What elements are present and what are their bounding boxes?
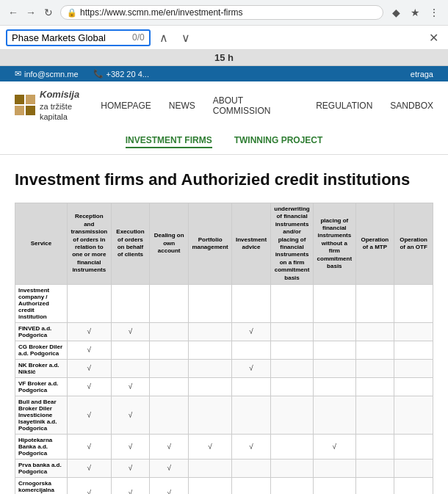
browser-toolbar: ← → ↻ 🔒 https://www.scmn.me/en/investmen… <box>0 0 448 25</box>
page-content: Investment firms and Authorizied credit … <box>0 155 448 494</box>
table-row: Bull and Bear Broker Diler Investicione … <box>15 396 433 434</box>
company-name-cell: Bull and Bear Broker Diler Investicione … <box>15 396 68 434</box>
col-mtp: Operation of a MTP <box>355 203 394 285</box>
lock-icon: 🔒 <box>67 8 77 18</box>
nav-homepage[interactable]: HOMEPAGE <box>101 98 151 114</box>
check-cell: √ <box>67 377 111 396</box>
check-cell <box>355 396 394 434</box>
check-cell: √ <box>67 359 111 377</box>
table-row: VF Broker a.d. Podgorica√√ <box>15 377 433 396</box>
check-cell <box>189 459 232 477</box>
check-cell <box>150 341 189 359</box>
check-cell: √ <box>111 459 150 477</box>
check-cell: √ <box>111 322 150 341</box>
check-cell: √ <box>67 341 111 359</box>
table-row: Investment company / Authorized credit i… <box>15 284 433 322</box>
check-cell <box>355 341 394 359</box>
phone-icon: 📞 <box>93 69 104 79</box>
check-cell <box>232 396 271 434</box>
check-cell: √ <box>111 377 150 396</box>
company-name-cell: Investment company / Authorized credit i… <box>15 284 68 322</box>
find-prev-button[interactable]: ∧ <box>155 29 173 46</box>
nav-news[interactable]: NEWS <box>169 98 195 114</box>
check-cell <box>150 377 189 396</box>
back-button[interactable]: ← <box>6 5 21 20</box>
check-cell <box>355 477 394 494</box>
check-cell <box>394 477 433 494</box>
check-cell <box>111 284 150 322</box>
timer-text: 15 h <box>214 52 234 63</box>
col-otf: Operation of an OTF <box>394 203 433 285</box>
check-cell <box>355 359 394 377</box>
check-cell <box>270 341 313 359</box>
find-count: 0/0 <box>132 32 145 43</box>
check-cell: √ <box>232 434 271 459</box>
check-cell <box>314 396 355 434</box>
col-execution: Execution of orders on behalf of clients <box>111 203 150 285</box>
col-placing: placing of financial instruments without… <box>314 203 355 285</box>
check-cell <box>189 341 232 359</box>
main-nav: HOMEPAGE NEWS ABOUT COMMISSION REGULATIO… <box>101 92 433 119</box>
col-underwriting: underwriting of financial instruments an… <box>270 203 313 285</box>
check-cell <box>189 377 232 396</box>
website: ✉ info@scmn.me 📞 +382 20 4... etraga <box>0 66 448 494</box>
check-cell <box>189 477 232 494</box>
table-row: NK Broker a.d. Nikšić√√ <box>15 359 433 377</box>
check-cell <box>314 377 355 396</box>
check-cell <box>270 284 313 322</box>
nav-regulation[interactable]: REGULATION <box>316 98 372 114</box>
check-cell <box>270 477 313 494</box>
company-name-cell: VF Broker a.d. Podgorica <box>15 377 68 396</box>
check-cell: √ <box>150 459 189 477</box>
sub-nav-twinning[interactable]: TWINNING PROJECT <box>234 135 323 148</box>
company-name-cell: NK Broker a.d. Nikšić <box>15 359 68 377</box>
check-cell: √ <box>67 396 111 434</box>
page-title: Investment firms and Authorizied credit … <box>15 170 433 191</box>
col-portfolio: Portfolio management <box>189 203 232 285</box>
check-cell <box>314 322 355 341</box>
bookmark-button[interactable]: ★ <box>407 4 423 21</box>
table-row: FINVED a.d. Podgorica√√√ <box>15 322 433 341</box>
check-cell: √ <box>314 434 355 459</box>
find-next-button[interactable]: ∨ <box>177 29 195 46</box>
extensions-button[interactable]: ◆ <box>388 4 404 21</box>
check-cell <box>355 284 394 322</box>
company-name-cell: FINVED a.d. Podgorica <box>15 322 68 341</box>
check-cell <box>394 322 433 341</box>
logo-title: Komisija <box>40 89 101 101</box>
check-cell <box>232 459 271 477</box>
check-cell <box>111 341 150 359</box>
phone-text: +382 20 4... <box>106 70 149 79</box>
check-cell <box>314 341 355 359</box>
nav-sandbox[interactable]: SANDBOX <box>390 98 433 114</box>
check-cell <box>270 459 313 477</box>
company-name-cell: Prva banka a.d. Podgorica <box>15 459 68 477</box>
browser-icons: ◆ ★ ⋮ <box>388 4 442 21</box>
col-investment-advice: Investment advice <box>232 203 271 285</box>
sub-nav-investment-firms[interactable]: INVESTMENT FIRMS <box>126 135 212 148</box>
table-container: Service Reception and transmission of or… <box>15 203 433 494</box>
table-row: Hipotekarna Banka a.d. Podgorica√√√√√√ <box>15 434 433 459</box>
email-text: info@scmn.me <box>24 70 79 79</box>
nav-about[interactable]: ABOUT COMMISSION <box>213 92 298 119</box>
company-name-cell: Crnogorska komercijalna banka a.d. Podgo… <box>15 477 68 494</box>
check-cell: √ <box>150 434 189 459</box>
col-dealing: Dealing on own account <box>150 203 189 285</box>
find-input[interactable] <box>12 32 129 43</box>
find-close-button[interactable]: ✕ <box>424 29 442 46</box>
settings-button[interactable]: ⋮ <box>426 4 442 21</box>
reload-button[interactable]: ↻ <box>41 5 56 20</box>
check-cell: √ <box>232 322 271 341</box>
check-cell <box>189 322 232 341</box>
check-cell <box>270 377 313 396</box>
address-bar[interactable]: 🔒 https://www.scmn.me/en/investment-firm… <box>60 5 383 20</box>
forward-button[interactable]: → <box>24 5 38 20</box>
check-cell: √ <box>111 477 150 494</box>
check-cell <box>232 377 271 396</box>
check-cell <box>314 459 355 477</box>
check-cell <box>67 284 111 322</box>
nav-bar: Komisija za tržište kapitala HOMEPAGE NE… <box>0 81 448 155</box>
company-name-cell: Hipotekarna Banka a.d. Podgorica <box>15 434 68 459</box>
check-cell <box>355 459 394 477</box>
check-cell: √ <box>150 477 189 494</box>
